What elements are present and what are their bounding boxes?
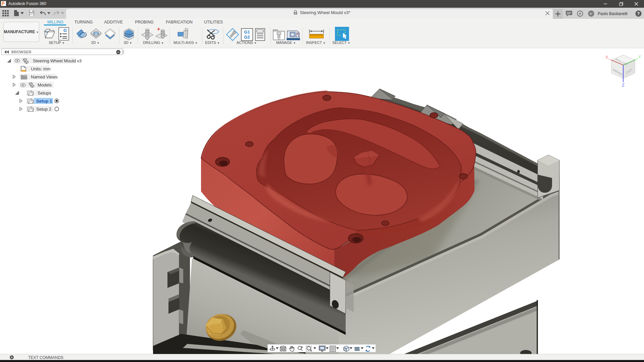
svg-text:G1: G1 [244, 29, 250, 35]
svg-text:X: X [605, 55, 608, 60]
svg-text:G: G [63, 28, 67, 33]
svg-text:Y: Y [638, 54, 641, 59]
svg-text:+: + [157, 27, 160, 32]
svg-text:G2: G2 [244, 35, 250, 40]
svg-text:?: ? [637, 11, 640, 16]
svg-text:Z: Z [622, 82, 625, 87]
